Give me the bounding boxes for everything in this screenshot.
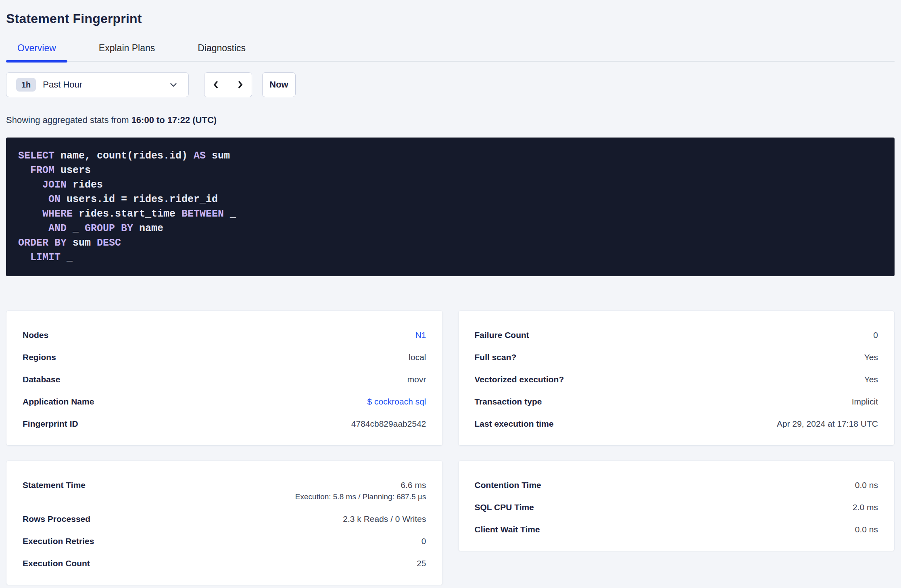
stat-label: Statement Time: [23, 480, 86, 490]
time-range-selected-value: Past Hour: [43, 79, 168, 90]
wait-time-card: Contention Time0.0 nsSQL CPU Time2.0 msC…: [458, 461, 895, 551]
stat-value-wrap: 0.0 ns: [855, 525, 878, 534]
tab-diagnostics[interactable]: Diagnostics: [186, 42, 257, 61]
tab-bar: Overview Explain Plans Diagnostics: [6, 42, 895, 62]
stat-value: Implicit: [852, 397, 878, 406]
sql-text: [18, 208, 42, 220]
stat-row: Fingerprint ID4784cb829aab2542: [23, 419, 426, 429]
sql-keyword: SELECT: [18, 150, 54, 162]
stat-value: 2.3 k Reads / 0 Writes: [343, 514, 426, 523]
stat-label: Execution Retries: [23, 536, 94, 546]
sql-text: [18, 165, 30, 176]
stat-row: Failure Count0: [475, 330, 878, 340]
sql-keyword: GROUP BY: [85, 223, 133, 234]
stat-row: NodesN1: [23, 330, 426, 340]
sql-keyword: WHERE: [42, 208, 73, 220]
stat-value: 0.0 ns: [855, 480, 878, 490]
statement-details-card: NodesN1RegionslocalDatabasemovrApplicati…: [6, 311, 443, 446]
sql-keyword: DESC: [97, 237, 121, 249]
statement-timing-card: Statement Time6.6 msExecution: 5.8 ms / …: [6, 461, 443, 585]
sql-line: JOIN rides: [18, 178, 882, 192]
sql-text: _: [224, 208, 236, 220]
sql-line: ORDER BY sum DESC: [18, 236, 882, 250]
stat-value-wrap: 2.0 ms: [853, 503, 878, 512]
sql-text: users: [54, 165, 91, 176]
stat-value-wrap: 0: [421, 536, 426, 546]
summary-cards: NodesN1RegionslocalDatabasemovrApplicati…: [6, 311, 895, 585]
stat-value: Apr 29, 2024 at 17:18 UTC: [777, 419, 878, 428]
stat-value-link[interactable]: $ cockroach sql: [367, 397, 426, 406]
sql-keyword: LIMIT: [30, 252, 60, 263]
stat-row: Databasemovr: [23, 375, 426, 384]
sql-text: rides: [67, 179, 103, 191]
stat-value-wrap: 6.6 msExecution: 5.8 ms / Planning: 687.…: [295, 480, 426, 502]
stat-value: 0: [873, 330, 878, 340]
caption-time-range: 16:00 to 17:22 (UTC): [131, 115, 217, 125]
sql-text: name, count(rides.id): [54, 150, 194, 162]
stat-label: Fingerprint ID: [23, 419, 78, 429]
statement-fingerprint-page: Statement Fingerprint Overview Explain P…: [0, 0, 901, 585]
caption-prefix: Showing aggregated stats from: [6, 115, 131, 125]
sql-text: sum: [206, 150, 230, 162]
sql-text: _: [67, 223, 85, 234]
tab-explain-plans[interactable]: Explain Plans: [88, 42, 166, 61]
time-range-badge: 1h: [16, 78, 36, 92]
stat-row: Contention Time0.0 ns: [475, 480, 878, 490]
stat-value-wrap: 0: [873, 330, 878, 340]
stat-subvalue: Execution: 5.8 ms / Planning: 687.5 µs: [295, 492, 426, 502]
stat-value-link[interactable]: N1: [415, 330, 426, 340]
stat-value-wrap: movr: [407, 375, 426, 384]
page-title: Statement Fingerprint: [6, 10, 895, 27]
stat-row: Execution Count25: [23, 559, 426, 568]
stat-label: Failure Count: [475, 330, 529, 340]
stat-label: Nodes: [23, 330, 48, 340]
sql-text: [18, 223, 48, 234]
stat-value-wrap: 4784cb829aab2542: [351, 419, 426, 429]
stat-value: 6.6 ms: [400, 480, 426, 490]
stat-label: Regions: [23, 352, 56, 362]
stat-value-wrap: Yes: [864, 352, 878, 362]
chevron-right-icon: [234, 79, 246, 90]
chevron-down-icon: [168, 79, 179, 90]
stat-label: Client Wait Time: [475, 525, 540, 534]
now-button[interactable]: Now: [262, 72, 296, 97]
time-range-select[interactable]: 1h Past Hour: [6, 72, 189, 97]
time-controls: 1h Past Hour: [6, 72, 895, 97]
sql-statement: SELECT name, count(rides.id) AS sum FROM…: [6, 138, 895, 276]
stat-value: 4784cb829aab2542: [351, 419, 426, 428]
sql-line: WHERE rides.start_time BETWEEN _: [18, 207, 882, 221]
stat-value: 0.0 ns: [855, 525, 878, 534]
stat-value-wrap: Apr 29, 2024 at 17:18 UTC: [777, 419, 878, 429]
sql-keyword: FROM: [30, 165, 54, 176]
sql-keyword: ON: [48, 194, 60, 205]
chevron-left-icon: [211, 79, 222, 90]
stat-value: Yes: [864, 352, 878, 362]
stat-value: 25: [417, 559, 426, 568]
sql-line: AND _ GROUP BY name: [18, 221, 882, 236]
sql-keyword: ORDER BY: [18, 237, 67, 249]
sql-text: [18, 194, 48, 205]
stat-label: Vectorized execution?: [475, 375, 564, 384]
next-range-button[interactable]: [228, 73, 252, 97]
sql-line: FROM users: [18, 163, 882, 178]
tab-overview[interactable]: Overview: [6, 42, 67, 61]
stat-value-wrap: 0.0 ns: [855, 480, 878, 490]
sql-line: ON users.id = rides.rider_id: [18, 192, 882, 207]
stat-value-wrap: Implicit: [852, 397, 878, 407]
sql-text: _: [60, 252, 73, 263]
stat-label: Application Name: [23, 397, 94, 407]
stat-label: Database: [23, 375, 60, 384]
sql-text: [18, 252, 30, 263]
stat-row: SQL CPU Time2.0 ms: [475, 503, 878, 512]
sql-text: rides.start_time: [73, 208, 181, 220]
stat-value-wrap: 25: [417, 559, 426, 568]
stat-value: Yes: [864, 375, 878, 384]
sql-text: [18, 179, 42, 191]
previous-range-button[interactable]: [204, 73, 228, 97]
stat-value: movr: [407, 375, 426, 384]
stat-row: Rows Processed2.3 k Reads / 0 Writes: [23, 514, 426, 524]
stat-row: Last execution timeApr 29, 2024 at 17:18…: [475, 419, 878, 429]
stat-value-wrap: $ cockroach sql: [367, 397, 426, 407]
stat-row: Client Wait Time0.0 ns: [475, 525, 878, 534]
tab-diagnostics-label: Diagnostics: [198, 43, 246, 53]
